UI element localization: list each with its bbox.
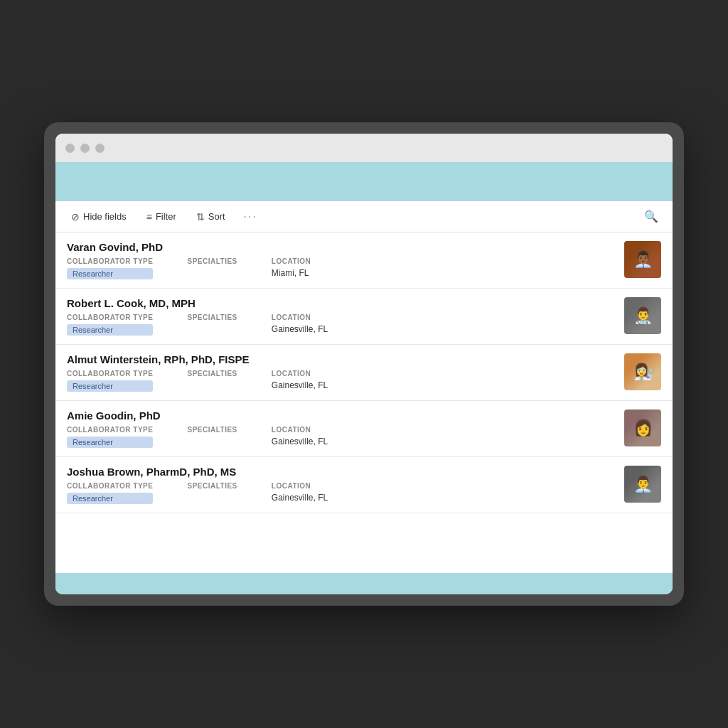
sort-label: Sort	[208, 211, 225, 222]
location-label: LOCATION	[272, 314, 328, 321]
record-name: Amie Goodin, PhD	[67, 410, 616, 422]
filter-label: Filter	[156, 211, 176, 222]
record-content: Joshua Brown, PharmD, PhD, MS COLLABORAT…	[67, 466, 616, 504]
table-row[interactable]: Amie Goodin, PhD COLLABORATOR TYPE Resea…	[55, 401, 673, 457]
collaborator-type-label: COLLABORATOR TYPE	[67, 426, 153, 434]
hide-fields-icon: ⊘	[71, 211, 80, 223]
collaborator-type-field: COLLABORATOR TYPE Researcher	[67, 482, 153, 504]
footer-banner	[55, 573, 673, 594]
hide-fields-button[interactable]: ⊘ Hide fields	[67, 208, 131, 225]
location-value: Gainesville, FL	[272, 493, 328, 503]
traffic-light-yellow[interactable]	[80, 144, 90, 153]
collaborator-type-label: COLLABORATOR TYPE	[67, 314, 153, 321]
photo-avatar: 👨🏾‍💼	[624, 241, 661, 278]
specialties-field: SPECIALTIES	[187, 370, 237, 392]
table-row[interactable]: Almut Winterstein, RPh, PhD, FISPE COLLA…	[55, 345, 673, 401]
collaborator-type-label: COLLABORATOR TYPE	[67, 482, 153, 490]
photo-avatar: 👨‍💼	[624, 466, 661, 503]
record-photo: 👨‍⚕️	[624, 297, 661, 334]
record-fields: COLLABORATOR TYPE Researcher SPECIALTIES…	[67, 482, 616, 504]
location-label: LOCATION	[272, 482, 328, 490]
specialties-label: SPECIALTIES	[187, 257, 237, 265]
traffic-light-green[interactable]	[95, 144, 105, 153]
table-row[interactable]: Joshua Brown, PharmD, PhD, MS COLLABORAT…	[55, 457, 673, 513]
record-photo: 👨‍💼	[624, 466, 661, 503]
record-fields: COLLABORATOR TYPE Researcher SPECIALTIES…	[67, 314, 616, 336]
location-field: LOCATION Gainesville, FL	[272, 426, 328, 448]
browser-titlebar	[55, 134, 673, 162]
browser-content: ⊘ Hide fields ≡ Filter ⇅ Sort ··· 🔍	[55, 162, 673, 594]
record-name: Joshua Brown, PharmD, PhD, MS	[67, 466, 616, 478]
browser-window: ⊘ Hide fields ≡ Filter ⇅ Sort ··· 🔍	[55, 134, 673, 594]
location-value: Gainesville, FL	[272, 324, 328, 334]
sort-button[interactable]: ⇅ Sort	[192, 208, 230, 225]
sort-icon: ⇅	[196, 211, 205, 223]
collaborator-type-tag: Researcher	[67, 268, 153, 279]
specialties-field: SPECIALTIES	[187, 482, 237, 504]
photo-avatar: 👩‍🔬	[624, 353, 661, 390]
collaborator-type-field: COLLABORATOR TYPE Researcher	[67, 314, 153, 336]
photo-avatar: 👩	[624, 410, 661, 446]
collaborator-type-field: COLLABORATOR TYPE Researcher	[67, 370, 153, 392]
record-photo: 👩‍🔬	[624, 353, 661, 390]
collaborator-type-field: COLLABORATOR TYPE Researcher	[67, 426, 153, 448]
specialties-label: SPECIALTIES	[187, 314, 237, 321]
collaborator-type-tag: Researcher	[67, 380, 153, 392]
location-label: LOCATION	[272, 370, 328, 378]
specialties-field: SPECIALTIES	[187, 257, 237, 279]
record-content: Varan Govind, PhD COLLABORATOR TYPE Rese…	[67, 241, 616, 279]
search-icon: 🔍	[644, 210, 658, 223]
filter-icon: ≡	[146, 211, 152, 223]
record-content: Amie Goodin, PhD COLLABORATOR TYPE Resea…	[67, 410, 616, 448]
record-content: Robert L. Cook, MD, MPH COLLABORATOR TYP…	[67, 297, 616, 336]
photo-avatar: 👨‍⚕️	[624, 297, 661, 334]
location-value: Miami, FL	[272, 268, 311, 278]
filter-button[interactable]: ≡ Filter	[142, 208, 181, 225]
location-value: Gainesville, FL	[272, 437, 328, 446]
toolbar: ⊘ Hide fields ≡ Filter ⇅ Sort ··· 🔍	[55, 201, 673, 232]
record-name: Robert L. Cook, MD, MPH	[67, 297, 616, 309]
specialties-field: SPECIALTIES	[187, 426, 237, 448]
collaborator-type-tag: Researcher	[67, 437, 153, 448]
collaborator-type-field: COLLABORATOR TYPE Researcher	[67, 257, 153, 279]
location-field: LOCATION Miami, FL	[272, 257, 311, 279]
specialties-label: SPECIALTIES	[187, 426, 237, 434]
location-label: LOCATION	[272, 426, 328, 434]
collaborator-type-tag: Researcher	[67, 493, 153, 504]
record-fields: COLLABORATOR TYPE Researcher SPECIALTIES…	[67, 257, 616, 279]
traffic-light-red[interactable]	[65, 144, 75, 153]
record-name: Almut Winterstein, RPh, PhD, FISPE	[67, 353, 616, 365]
location-label: LOCATION	[272, 257, 311, 265]
collaborator-type-label: COLLABORATOR TYPE	[67, 370, 153, 378]
location-field: LOCATION Gainesville, FL	[272, 314, 328, 336]
record-photo: 👨🏾‍💼	[624, 241, 661, 278]
location-field: LOCATION Gainesville, FL	[272, 482, 328, 504]
location-field: LOCATION Gainesville, FL	[272, 370, 328, 392]
hide-fields-label: Hide fields	[83, 211, 127, 222]
specialties-label: SPECIALTIES	[187, 370, 237, 378]
header-banner	[55, 162, 673, 201]
record-fields: COLLABORATOR TYPE Researcher SPECIALTIES…	[67, 370, 616, 392]
records-list[interactable]: Varan Govind, PhD COLLABORATOR TYPE Rese…	[55, 232, 673, 573]
specialties-label: SPECIALTIES	[187, 482, 237, 490]
record-content: Almut Winterstein, RPh, PhD, FISPE COLLA…	[67, 353, 616, 392]
search-button[interactable]: 🔍	[641, 207, 661, 226]
table-row[interactable]: Varan Govind, PhD COLLABORATOR TYPE Rese…	[55, 232, 673, 289]
record-photo: 👩	[624, 410, 661, 446]
collaborator-type-tag: Researcher	[67, 324, 153, 336]
more-options-menu[interactable]: ···	[241, 208, 260, 226]
record-name: Varan Govind, PhD	[67, 241, 616, 253]
specialties-field: SPECIALTIES	[187, 314, 237, 336]
collaborator-type-label: COLLABORATOR TYPE	[67, 257, 153, 265]
record-fields: COLLABORATOR TYPE Researcher SPECIALTIES…	[67, 426, 616, 448]
monitor: ⊘ Hide fields ≡ Filter ⇅ Sort ··· 🔍	[44, 122, 684, 606]
location-value: Gainesville, FL	[272, 380, 328, 390]
table-row[interactable]: Robert L. Cook, MD, MPH COLLABORATOR TYP…	[55, 289, 673, 345]
